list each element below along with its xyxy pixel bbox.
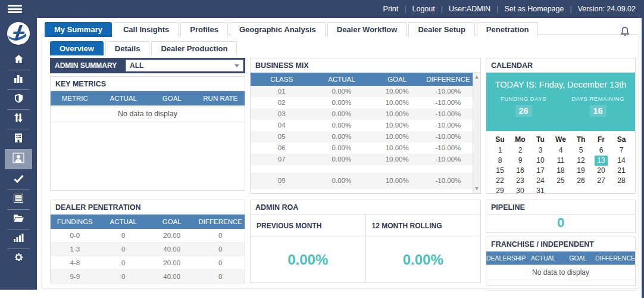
sidebar-item-reports[interactable] xyxy=(0,190,37,209)
sidebar-item-transfers[interactable] xyxy=(0,109,37,129)
sidebar-item-settings[interactable] xyxy=(0,249,37,268)
dropdown-selected-value: ALL xyxy=(130,60,143,71)
admin-summary-dropdown[interactable]: ALL xyxy=(126,60,243,72)
calendar-day: 11 xyxy=(551,156,571,166)
calendar-day: 17 xyxy=(530,166,551,176)
col-header: GOAL xyxy=(148,91,196,105)
calendar-day xyxy=(551,186,571,196)
cell: 4-8 xyxy=(51,256,99,269)
shield-icon xyxy=(14,94,23,105)
calendar-day: 20 xyxy=(591,166,611,176)
calendar-day xyxy=(591,186,611,196)
roa-12-month-rolling: 12 MONTH ROLLING 0.00% xyxy=(365,215,481,283)
key-metrics-panel: KEY METRICS METRIC ACTUAL GOAL RUN RATE … xyxy=(50,76,245,191)
cell: 0.00% xyxy=(312,120,370,131)
scroll-up-arrow-icon[interactable] xyxy=(475,76,479,79)
tab-geographic-analysis[interactable]: Geographic Analysis xyxy=(230,22,326,37)
print-link[interactable]: Print xyxy=(381,5,401,13)
logout-link[interactable]: Logout xyxy=(410,5,437,13)
days-remaining-label: DAYS REMAINING xyxy=(561,95,635,102)
cell: 40.00 xyxy=(148,270,196,283)
roa-section-value: 0.00% xyxy=(251,237,365,283)
cell: 10.00% xyxy=(370,173,424,189)
set-homepage-link[interactable]: Set as Homepage xyxy=(502,5,566,13)
col-header: DIFFERENCE xyxy=(424,73,473,86)
cell: -10.00% xyxy=(424,131,473,142)
sidebar-item-home[interactable] xyxy=(0,50,37,70)
cell: -10.00% xyxy=(424,120,473,131)
cell: 10.00% xyxy=(370,108,424,120)
table-row: 060.00%10.00%-10.00% xyxy=(251,142,473,154)
cell: -10.00% xyxy=(424,142,473,154)
hamburger-menu-icon[interactable] xyxy=(8,5,22,13)
tab-profiles[interactable]: Profiles xyxy=(180,22,228,37)
calendar-day xyxy=(571,186,591,196)
subtab-dealer-production[interactable]: Dealer Production xyxy=(151,41,237,55)
table-row: 010.00%10.00%-10.00% xyxy=(251,86,473,97)
col-header: METRIC xyxy=(51,91,99,105)
notifications-bell-icon[interactable] xyxy=(620,26,630,39)
chevron-down-icon xyxy=(235,64,239,67)
sub-tab-bar: OverviewDetailsDealer Production xyxy=(50,41,239,55)
version-label: Version: 24.09.02 xyxy=(576,5,638,13)
calendar-day: 15 xyxy=(490,166,510,176)
calendar-day: 2 xyxy=(510,145,530,156)
table-row: 1-3040.000 xyxy=(51,243,245,256)
row-gap xyxy=(251,165,473,173)
sidebar-item-documents[interactable] xyxy=(0,209,37,229)
scroll-down-arrow-icon[interactable] xyxy=(475,187,479,190)
col-header: RUN RATE xyxy=(196,91,245,105)
sidebar-item-dealers[interactable] xyxy=(0,129,37,148)
cell: -10.00% xyxy=(424,154,473,165)
cell: 1-3 xyxy=(51,243,99,256)
calendar-day: 28 xyxy=(611,176,632,186)
sidebar-item-analytics[interactable] xyxy=(0,70,37,89)
cell: 10.00% xyxy=(370,154,424,165)
cell: 02 xyxy=(251,97,312,108)
sidebar-item-performance[interactable] xyxy=(0,229,37,249)
cell: 0.00% xyxy=(312,108,370,120)
cell: 20.00 xyxy=(148,256,196,269)
tab-call-insights[interactable]: Call Insights xyxy=(114,22,179,37)
col-header: ACTUAL xyxy=(312,73,370,86)
franchise-independent-panel: FRANCHISE / INDEPENDENT DEALERSHIP ACTUA… xyxy=(486,237,636,286)
panel-title: DEALER PENETRATION xyxy=(51,200,245,215)
tab-my-summary[interactable]: My Summary xyxy=(45,22,112,37)
sidebar-item-profile-active[interactable] xyxy=(0,148,37,170)
calendar-day: 29 xyxy=(490,186,510,196)
calendar-day: 12 xyxy=(571,156,591,166)
cell: 10.00% xyxy=(370,86,424,97)
cell: 0 xyxy=(99,256,148,269)
cell: 10.00% xyxy=(370,120,424,131)
main-tab-bar: My SummaryCall InsightsProfilesGeographi… xyxy=(45,22,540,37)
separator: | xyxy=(404,5,406,13)
subtab-overview[interactable]: Overview xyxy=(50,41,104,55)
table-row: 0-0020.000 xyxy=(51,229,245,243)
tab-penetration[interactable]: Penetration xyxy=(477,22,539,37)
table-row: 020.00%10.00%-10.00% xyxy=(251,97,473,108)
cell: 9-9 xyxy=(51,270,99,283)
sidebar-item-security[interactable] xyxy=(0,89,37,109)
admin-summary-bar: ADMIN SUMMARY ALL xyxy=(50,58,245,73)
subtab-details[interactable]: Details xyxy=(105,41,150,55)
separator: | xyxy=(496,5,498,13)
funding-days-label: FUNDING DAYS xyxy=(486,95,561,102)
funding-days-value: 26 xyxy=(515,105,532,117)
col-header: ACTUAL xyxy=(99,215,148,229)
roa-section-value: 0.00% xyxy=(366,237,481,283)
col-header: GOAL xyxy=(148,215,196,229)
tab-dealer-setup[interactable]: Dealer Setup xyxy=(408,22,474,37)
panel-title: FRANCHISE / INDEPENDENT xyxy=(486,237,635,252)
weekday-header: Tu xyxy=(530,134,551,145)
sidebar-item-tasks[interactable] xyxy=(0,170,37,190)
weekday-header: Th xyxy=(571,134,591,145)
panel-title: PIPELINE xyxy=(486,200,635,215)
col-header: GOAL xyxy=(561,252,595,265)
cell: -10.00% xyxy=(424,86,473,97)
tab-dealer-workflow[interactable]: Dealer Workflow xyxy=(327,22,407,37)
calendar-day: 24 xyxy=(530,176,551,186)
vertical-scrollbar[interactable] xyxy=(473,73,480,193)
col-header: DIFFERENCE xyxy=(196,215,245,229)
table-row: 090.00%10.00%-10.00% xyxy=(251,173,473,189)
panel-title: CALENDAR xyxy=(486,58,635,73)
